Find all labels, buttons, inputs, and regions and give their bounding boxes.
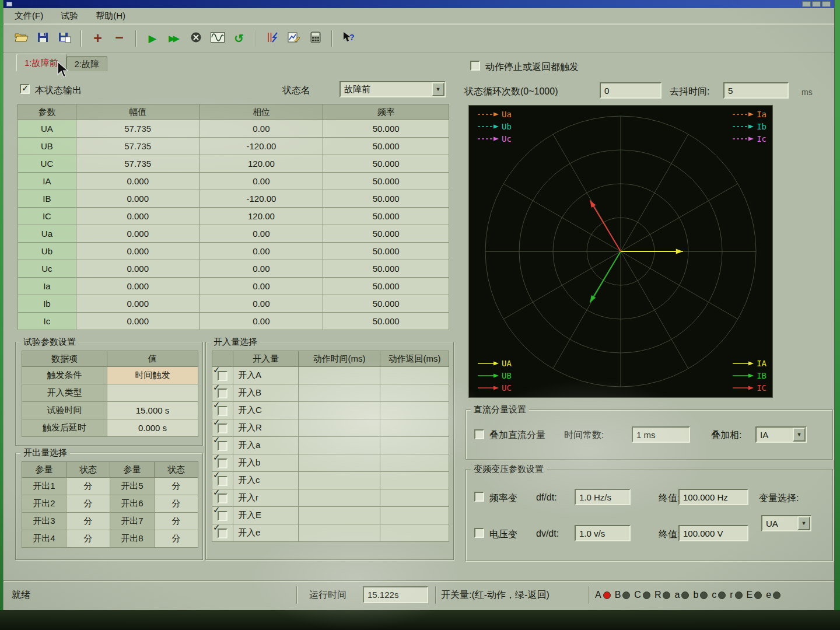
save-button[interactable] bbox=[32, 29, 54, 48]
add-state-button[interactable]: + bbox=[87, 29, 108, 48]
menu-help[interactable]: 帮助(H) bbox=[87, 9, 134, 23]
phase-cell[interactable]: 0.00 bbox=[200, 225, 323, 243]
input-checkbox[interactable]: ✓ bbox=[218, 511, 228, 521]
phase-cell[interactable]: 120.00 bbox=[200, 155, 323, 173]
input-checkbox[interactable]: ✓ bbox=[218, 371, 228, 381]
frequency-change-checkbox[interactable]: ✓ bbox=[474, 492, 484, 502]
chevron-down-icon[interactable]: ▼ bbox=[793, 428, 806, 442]
frequency-cell[interactable]: 50.000 bbox=[323, 225, 449, 243]
output-state-cell[interactable]: 分 bbox=[66, 495, 110, 513]
minimize-button[interactable] bbox=[802, 1, 811, 7]
menu-test[interactable]: 试验 bbox=[52, 9, 87, 23]
input-checkbox-cell[interactable]: ✓ bbox=[212, 402, 233, 419]
input-checkbox-cell[interactable]: ✓ bbox=[212, 507, 233, 524]
close-button[interactable] bbox=[822, 1, 831, 7]
phase-cell[interactable]: -120.00 bbox=[200, 190, 323, 208]
frequency-cell[interactable]: 50.000 bbox=[323, 138, 449, 155]
dvdt-input[interactable] bbox=[575, 525, 631, 541]
voltage-change-checkbox[interactable]: ✓ bbox=[474, 528, 484, 538]
trigger-mode-checkbox[interactable]: ✓ bbox=[470, 61, 480, 71]
value-cell[interactable]: 15.000 s bbox=[107, 402, 198, 419]
frequency-cell[interactable]: 50.000 bbox=[323, 120, 449, 138]
input-checkbox[interactable]: ✓ bbox=[218, 528, 228, 538]
undo-button[interactable]: ↺ bbox=[228, 29, 250, 48]
phase-cell[interactable]: 0.00 bbox=[200, 295, 323, 313]
input-checkbox-cell[interactable]: ✓ bbox=[212, 472, 233, 489]
amplitude-cell[interactable]: 0.000 bbox=[76, 295, 200, 313]
amplitude-cell[interactable]: 0.000 bbox=[76, 260, 200, 278]
input-checkbox[interactable]: ✓ bbox=[218, 441, 228, 451]
output-state-cell[interactable]: 分 bbox=[155, 530, 198, 548]
remove-state-button[interactable]: − bbox=[108, 29, 130, 48]
chevron-down-icon[interactable]: ▼ bbox=[432, 82, 444, 96]
value-cell[interactable]: 时间触发 bbox=[107, 367, 198, 384]
amplitude-cell[interactable]: 0.000 bbox=[76, 173, 200, 190]
debounce-input[interactable] bbox=[723, 82, 789, 99]
output-state-cell[interactable]: 分 bbox=[155, 495, 198, 513]
amplitude-cell[interactable]: 57.735 bbox=[76, 138, 200, 155]
run-all-button[interactable]: ▶▶ bbox=[163, 29, 185, 48]
frequency-cell[interactable]: 50.000 bbox=[323, 295, 449, 313]
frequency-cell[interactable]: 50.000 bbox=[323, 313, 449, 330]
state-output-checkbox[interactable]: ✓ bbox=[20, 84, 30, 94]
amplitude-cell[interactable]: 0.000 bbox=[76, 313, 200, 330]
output-state-cell[interactable]: 分 bbox=[66, 513, 110, 530]
input-checkbox-cell[interactable]: ✓ bbox=[212, 454, 233, 472]
amplitude-cell[interactable]: 0.000 bbox=[76, 225, 200, 243]
cycle-count-input[interactable] bbox=[600, 82, 662, 99]
time-constant-input[interactable] bbox=[632, 426, 690, 443]
input-checkbox[interactable]: ✓ bbox=[218, 406, 228, 416]
help-button[interactable]: ? bbox=[338, 29, 359, 48]
superimpose-phase-combo[interactable]: IA ▼ bbox=[755, 426, 807, 443]
report-button[interactable] bbox=[283, 29, 304, 48]
input-checkbox[interactable]: ✓ bbox=[218, 494, 228, 503]
amplitude-cell[interactable]: 0.000 bbox=[76, 243, 200, 260]
input-checkbox[interactable]: ✓ bbox=[218, 459, 228, 468]
maximize-button[interactable] bbox=[812, 1, 821, 7]
dc-superimpose-checkbox[interactable]: ✓ bbox=[474, 429, 484, 439]
phase-cell[interactable]: 0.00 bbox=[200, 120, 323, 138]
input-checkbox[interactable]: ✓ bbox=[218, 476, 228, 486]
output-state-cell[interactable]: 分 bbox=[155, 513, 198, 530]
value-cell[interactable]: 0.000 s bbox=[107, 419, 198, 437]
value-cell[interactable] bbox=[107, 384, 198, 402]
save-report-button[interactable] bbox=[54, 29, 75, 48]
waveform-button[interactable] bbox=[206, 29, 228, 48]
amplitude-cell[interactable]: 57.735 bbox=[76, 155, 200, 173]
frequency-cell[interactable]: 50.000 bbox=[323, 173, 449, 190]
voltage-final-input[interactable] bbox=[678, 525, 748, 541]
output-state-cell[interactable]: 分 bbox=[66, 478, 110, 495]
phase-cell[interactable]: 0.00 bbox=[200, 313, 323, 330]
frequency-cell[interactable]: 50.000 bbox=[323, 260, 449, 278]
phase-cell[interactable]: 120.00 bbox=[200, 208, 323, 225]
amplitude-cell[interactable]: 0.000 bbox=[76, 208, 200, 225]
phase-cell[interactable]: -120.00 bbox=[200, 138, 323, 155]
input-checkbox-cell[interactable]: ✓ bbox=[212, 524, 233, 542]
phase-cell[interactable]: 0.00 bbox=[200, 278, 323, 295]
menu-file[interactable]: 文件(F) bbox=[6, 9, 52, 23]
variable-select-combo[interactable]: UA ▼ bbox=[761, 515, 811, 531]
input-checkbox[interactable]: ✓ bbox=[218, 388, 228, 398]
input-checkbox-cell[interactable]: ✓ bbox=[212, 367, 233, 384]
phase-cell[interactable]: 0.00 bbox=[200, 243, 323, 260]
open-button[interactable] bbox=[10, 29, 32, 48]
chevron-down-icon[interactable]: ▼ bbox=[797, 516, 810, 530]
input-checkbox-cell[interactable]: ✓ bbox=[212, 489, 233, 507]
fault-calc-button[interactable] bbox=[261, 29, 283, 48]
input-checkbox-cell[interactable]: ✓ bbox=[212, 437, 233, 454]
frequency-cell[interactable]: 50.000 bbox=[323, 243, 449, 260]
amplitude-cell[interactable]: 0.000 bbox=[76, 190, 200, 208]
input-checkbox[interactable]: ✓ bbox=[218, 424, 228, 433]
output-state-cell[interactable]: 分 bbox=[66, 530, 110, 548]
tab-fault[interactable]: 2:故障 bbox=[66, 56, 108, 71]
frequency-cell[interactable]: 50.000 bbox=[323, 278, 449, 295]
run-button[interactable]: ▶ bbox=[142, 29, 163, 48]
input-checkbox-cell[interactable]: ✓ bbox=[212, 384, 233, 402]
input-checkbox-cell[interactable]: ✓ bbox=[212, 419, 233, 437]
stop-button[interactable] bbox=[185, 29, 206, 48]
dfdt-input[interactable] bbox=[575, 489, 631, 505]
phase-cell[interactable]: 0.00 bbox=[200, 260, 323, 278]
phase-cell[interactable]: 0.00 bbox=[200, 173, 323, 190]
calculator-button[interactable] bbox=[304, 29, 326, 48]
amplitude-cell[interactable]: 57.735 bbox=[76, 120, 200, 138]
